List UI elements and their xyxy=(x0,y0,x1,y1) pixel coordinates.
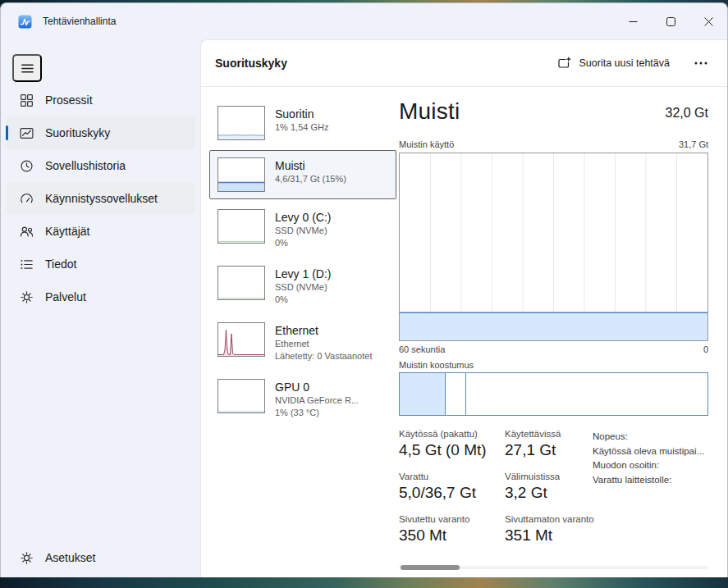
info-line: Varattu laitteistolle: xyxy=(593,473,704,488)
perf-item-memory[interactable]: Muisti 4,6/31,7 Gt (15%) xyxy=(209,150,396,199)
sidebar-item-kaynnistyssovellukset[interactable]: Käynnistyssovellukset xyxy=(6,182,195,215)
gpu-mini-graph xyxy=(217,379,265,413)
memory-composition-bar xyxy=(399,372,708,416)
memory-usage-labels: Muistin käyttö 31,7 Gt xyxy=(399,139,708,149)
perf-item-disk0[interactable]: Levy 0 (C:) SSD (NVMe) 0% xyxy=(209,202,396,256)
gear-icon xyxy=(19,550,34,566)
window-content: Prosessit Suorituskyky xyxy=(1,39,727,577)
main-body: Suoritin 1% 1,54 GHz xyxy=(201,87,727,577)
stat-label: Välimuistissa xyxy=(505,472,560,481)
sidebar-item-kayttajat[interactable]: Käyttäjät xyxy=(6,215,195,248)
stat-value: 27,1 Gt xyxy=(505,441,561,459)
memory-usage-max: 31,7 Gt xyxy=(679,139,708,149)
memory-heading-row: Muisti 32,0 Gt xyxy=(399,98,708,125)
stat-non-paged-pool: Sivuttamaton varanto 351 Mt xyxy=(505,514,594,545)
details-icon xyxy=(19,257,34,272)
window-title: Tehtävienhallinta xyxy=(43,16,116,27)
maximize-icon xyxy=(666,17,675,26)
memory-total-capacity: 32,0 Gt xyxy=(666,106,708,125)
minimize-icon xyxy=(629,17,638,26)
time-span-label: 60 sekuntia xyxy=(399,344,445,354)
disk0-mini-graph xyxy=(217,209,265,244)
stat-value: 3,2 Gt xyxy=(505,484,560,502)
stat-committed: Varattu 5,0/36,7 Gt xyxy=(399,472,476,502)
run-new-task-button[interactable]: Suorita uusi tehtävä xyxy=(549,50,679,76)
disk1-mini-graph xyxy=(217,266,265,300)
close-button[interactable] xyxy=(689,3,727,39)
stat-value: 4,5 Gt (0 Mt) xyxy=(399,441,487,459)
memory-time-labels: 60 sekuntia 0 xyxy=(399,344,708,354)
perf-item-detail: 0% xyxy=(275,237,331,249)
info-line: Nopeus: xyxy=(593,430,704,444)
stat-label: Sivutettu varanto xyxy=(399,514,469,524)
ellipsis-icon xyxy=(694,62,707,65)
time-end-label: 0 xyxy=(703,344,708,354)
memory-title: Muisti xyxy=(399,98,460,125)
hamburger-icon xyxy=(20,61,35,76)
perf-item-detail: Ethernet xyxy=(275,338,372,350)
perf-item-detail: 1% (33 °C) xyxy=(275,407,359,419)
stat-value: 5,0/36,7 Gt xyxy=(399,484,476,502)
sidebar-item-label: Suorituskyky xyxy=(45,126,110,139)
stat-in-use: Käytössä (pakattu) 4,5 Gt (0 Mt) xyxy=(399,429,487,459)
window-plus-icon xyxy=(557,56,572,71)
memory-usage-graph xyxy=(399,153,708,341)
perf-item-name: Levy 1 (D:) xyxy=(275,266,331,281)
titlebar[interactable]: Tehtävienhallinta xyxy=(1,3,727,39)
stat-value: 350 Mt xyxy=(399,526,469,545)
sidebar-item-asetukset[interactable]: Asetukset xyxy=(6,541,195,574)
perf-item-name: Muisti xyxy=(275,157,346,173)
perf-item-text: Muisti 4,6/31,7 Gt (15%) xyxy=(275,157,346,192)
run-new-task-label: Suorita uusi tehtävä xyxy=(579,57,671,69)
sidebar-item-palvelut[interactable]: Palvelut xyxy=(6,280,195,313)
scrollbar-thumb[interactable] xyxy=(401,565,460,570)
memory-composition-label: Muistin koostumus xyxy=(399,360,474,370)
users-icon xyxy=(19,224,34,239)
perf-item-detail: 4,6/31,7 Gt (15%) xyxy=(275,173,346,185)
services-icon xyxy=(19,289,34,305)
composition-segment-in-use xyxy=(400,373,446,415)
sidebar-item-suorituskyky[interactable]: Suorituskyky xyxy=(6,116,195,149)
stat-paged-pool: Sivutettu varanto 350 Mt xyxy=(399,514,469,545)
perf-item-disk1[interactable]: Levy 1 (D:) SSD (NVMe) 0% xyxy=(209,258,396,312)
perf-item-text: Ethernet Ethernet Lähetetty: 0 Vastaanot… xyxy=(275,322,372,362)
sidebar-item-prosessit[interactable]: Prosessit xyxy=(6,84,195,116)
more-options-button[interactable] xyxy=(686,51,716,75)
info-line: Muodon osoitin: xyxy=(593,458,704,473)
perf-item-name: Levy 0 (C:) xyxy=(275,209,331,225)
sidebar-item-sovellushistoria[interactable]: Sovellushistoria xyxy=(6,149,195,182)
perf-item-name: Suoritin xyxy=(275,106,328,121)
perf-item-detail: NVIDIA GeForce R... xyxy=(275,394,359,407)
sidebar-item-tiedot[interactable]: Tiedot xyxy=(6,248,195,280)
task-manager-window: Tehtävienhallinta xyxy=(0,2,728,577)
perf-item-name: GPU 0 xyxy=(275,379,359,394)
page-title: Suorituskyky xyxy=(215,57,287,70)
sidebar-nav: Prosessit Suorituskyky xyxy=(6,84,195,313)
perf-item-detail: SSD (NVMe) xyxy=(275,281,331,294)
startup-apps-icon xyxy=(19,191,34,207)
horizontal-scrollbar xyxy=(399,565,708,570)
task-manager-logo-icon xyxy=(18,15,32,29)
sidebar: Prosessit Suorituskyky xyxy=(1,39,200,577)
maximize-button[interactable] xyxy=(652,3,689,39)
app-history-icon xyxy=(19,158,34,174)
memory-hardware-info: Nopeus: Käytössä oleva muistipai... Muod… xyxy=(593,430,704,487)
header-actions: Suorita uusi tehtävä xyxy=(549,50,717,76)
menu-button[interactable] xyxy=(12,54,42,82)
sidebar-item-label: Tiedot xyxy=(45,258,76,271)
desktop-wallpaper: Tehtävienhallinta xyxy=(0,0,728,588)
memory-detail-panel: Muisti 32,0 Gt Muistin käyttö 31,7 Gt xyxy=(399,87,708,577)
memory-usage-label: Muistin käyttö xyxy=(399,139,454,149)
perf-item-text: Suoritin 1% 1,54 GHz xyxy=(275,106,328,140)
perf-item-ethernet[interactable]: Ethernet Ethernet Lähetetty: 0 Vastaanot… xyxy=(209,315,396,369)
minimize-button[interactable] xyxy=(614,3,652,39)
stat-label: Sivuttamaton varanto xyxy=(505,514,594,524)
close-icon xyxy=(704,17,713,26)
sidebar-footer: Asetukset xyxy=(6,541,195,574)
memory-mini-graph xyxy=(217,157,265,192)
perf-item-gpu[interactable]: GPU 0 NVIDIA GeForce R... 1% (33 °C) xyxy=(209,371,396,426)
main-header: Suorituskyky xyxy=(201,40,727,87)
perf-item-cpu[interactable]: Suoritin 1% 1,54 GHz xyxy=(209,98,396,148)
perf-item-text: Levy 1 (D:) SSD (NVMe) 0% xyxy=(275,266,331,305)
perf-item-name: Ethernet xyxy=(275,322,372,338)
